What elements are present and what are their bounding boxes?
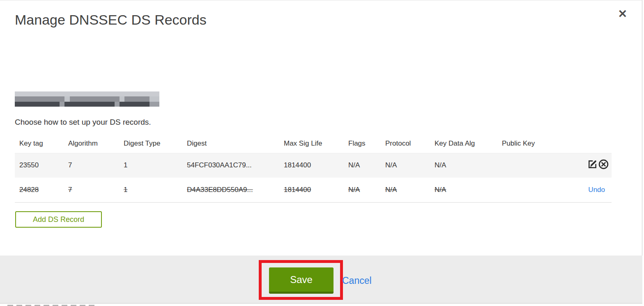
table-row: 23550 7 1 54FCF030AA1C79... 1814400 N/A …	[15, 153, 612, 178]
delete-icon[interactable]	[598, 159, 609, 172]
page-title: Manage DNSSEC DS Records	[15, 12, 207, 28]
cell-algorithm: 7	[68, 186, 72, 194]
ds-records-table: Key tag Algorithm Digest Type Digest Max…	[15, 134, 612, 203]
cell-key-data-alg: N/A	[435, 161, 446, 169]
cell-max-sig-life: 1814400	[284, 186, 311, 194]
save-button[interactable]: Save	[269, 267, 334, 294]
cell-flags: N/A	[348, 161, 360, 169]
cell-digest: 54FCF030AA1C79...	[187, 161, 252, 169]
close-icon[interactable]: ✕	[618, 9, 627, 20]
col-header-public-key: Public Key	[497, 134, 551, 153]
modal-footer: Save Cancel	[0, 256, 642, 304]
col-header-flags: Flags	[344, 134, 381, 153]
cell-max-sig-life: 1814400	[284, 161, 311, 169]
col-header-digest: Digest	[182, 134, 279, 153]
cell-key-data-alg: N/A	[435, 186, 446, 194]
redacted-domain	[15, 91, 159, 107]
undo-link[interactable]: Undo	[588, 186, 609, 194]
cell-key-tag: 23550	[19, 161, 39, 169]
cell-key-tag: 24828	[19, 186, 39, 194]
col-header-key-tag: Key tag	[15, 134, 64, 153]
col-header-algorithm: Algorithm	[64, 134, 119, 153]
add-ds-record-button[interactable]: Add DS Record	[15, 211, 102, 228]
col-header-actions	[551, 134, 612, 153]
cell-protocol: N/A	[385, 161, 397, 169]
cell-algorithm: 7	[68, 161, 72, 169]
table-header-row: Key tag Algorithm Digest Type Digest Max…	[15, 134, 612, 153]
cell-digest: D4A33E8DD550A9...	[187, 186, 253, 194]
cancel-link[interactable]: Cancel	[342, 275, 372, 286]
col-header-digest-type: Digest Type	[119, 134, 182, 153]
cell-digest-type: 1	[124, 186, 127, 194]
table-row-deleted: 24828 7 1 D4A33E8DD550A9... 1814400 N/A …	[15, 178, 612, 202]
edit-icon[interactable]	[587, 159, 598, 172]
cell-digest-type: 1	[124, 161, 127, 169]
col-header-key-data-alg: Key Data Alg	[430, 134, 497, 153]
cell-flags: N/A	[348, 186, 360, 194]
cell-protocol: N/A	[385, 186, 397, 194]
background-page	[0, 304, 644, 306]
dnssec-modal: Manage DNSSEC DS Records ✕ Choose how to…	[0, 0, 642, 304]
col-header-protocol: Protocol	[381, 134, 430, 153]
instruction-text: Choose how to set up your DS records.	[15, 118, 151, 127]
col-header-max-sig-life: Max Sig Life	[279, 134, 344, 153]
